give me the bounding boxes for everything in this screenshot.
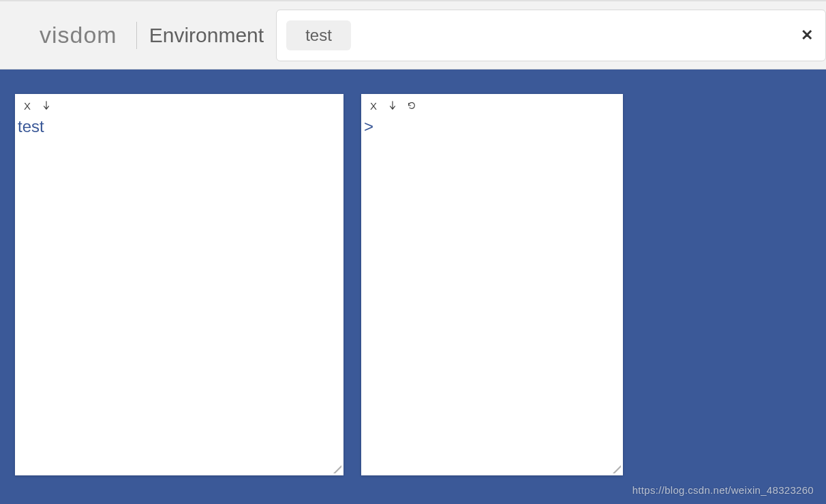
panel-1-body: test [15,117,343,475]
main-workspace: X test X > [0,69,826,504]
arrow-down-icon[interactable] [387,100,398,111]
arrow-down-icon[interactable] [41,100,52,111]
navbar-divider [136,22,137,49]
close-icon[interactable]: X [22,100,33,111]
panel-1-content: test [18,117,341,137]
panel-1[interactable]: X test [15,94,343,475]
watermark-text: https://blog.csdn.net/weixin_48323260 [632,484,814,496]
clear-icon[interactable]: ✕ [801,28,813,43]
panel-2-content: > [364,117,620,137]
panel-2-header[interactable]: X [361,94,623,117]
refresh-icon[interactable] [406,100,417,111]
close-icon[interactable]: X [368,100,379,111]
panel-2[interactable]: X > [361,94,623,475]
environment-selector[interactable]: test ✕ [276,10,826,61]
environment-label: Environment [149,24,264,47]
environment-tag[interactable]: test [286,20,351,50]
panel-1-header[interactable]: X [15,94,343,117]
panel-2-body: > [361,117,623,475]
navbar: visdom Environment test ✕ [0,1,826,69]
resize-handle-icon[interactable] [611,463,622,474]
brand-logo[interactable]: visdom [40,22,136,48]
resize-handle-icon[interactable] [331,463,342,474]
